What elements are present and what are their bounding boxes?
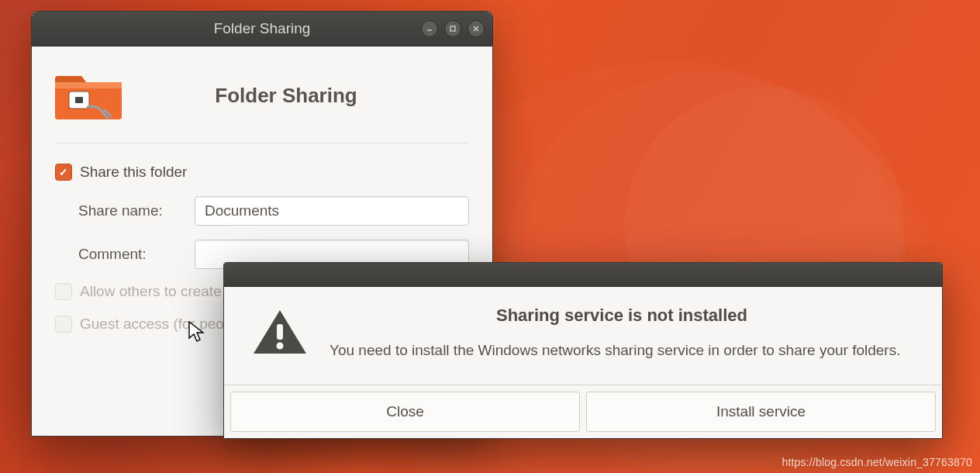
svg-rect-8	[277, 324, 283, 340]
svg-rect-7	[75, 97, 83, 103]
dialog-titlebar[interactable]	[224, 263, 942, 287]
share-this-folder-label: Share this folder	[80, 164, 187, 181]
window-controls	[421, 12, 485, 46]
maximize-button[interactable]	[444, 20, 461, 37]
dialog-body: Sharing service is not installed You nee…	[224, 287, 942, 385]
window-title: Folder Sharing	[214, 20, 311, 37]
dialog-title: Sharing service is not installed	[330, 306, 914, 326]
header-row: Folder Sharing	[55, 65, 469, 143]
svg-rect-5	[55, 82, 122, 88]
dialog-button-row: Close Install service	[224, 385, 942, 438]
share-this-folder-row[interactable]: Share this folder	[55, 164, 469, 181]
svg-rect-1	[450, 26, 455, 31]
install-service-button-label: Install service	[716, 403, 806, 420]
guest-access-checkbox[interactable]	[55, 316, 72, 333]
window-titlebar[interactable]: Folder Sharing	[32, 12, 492, 47]
shared-folder-icon	[55, 65, 122, 126]
minimize-button[interactable]	[421, 20, 438, 37]
page-title: Folder Sharing	[150, 84, 469, 108]
share-name-input[interactable]	[195, 196, 469, 226]
install-service-button[interactable]: Install service	[586, 392, 936, 432]
dialog-message: You need to install the Windows networks…	[330, 340, 914, 361]
comment-label: Comment:	[78, 246, 195, 263]
allow-others-checkbox[interactable]	[55, 283, 72, 300]
warning-icon	[252, 309, 308, 361]
watermark: https://blog.csdn.net/weixin_37763870	[782, 456, 972, 468]
svg-point-9	[277, 343, 284, 350]
close-button-label: Close	[386, 403, 424, 420]
sharing-service-dialog: Sharing service is not installed You nee…	[223, 262, 943, 439]
close-button[interactable]: Close	[230, 392, 580, 432]
share-name-row: Share name:	[55, 196, 469, 226]
share-name-label: Share name:	[78, 202, 195, 219]
share-this-folder-checkbox[interactable]	[55, 164, 72, 181]
close-button[interactable]	[468, 20, 485, 37]
dialog-text: Sharing service is not installed You nee…	[330, 306, 914, 361]
desktop-background: Folder Sharing	[0, 0, 980, 473]
